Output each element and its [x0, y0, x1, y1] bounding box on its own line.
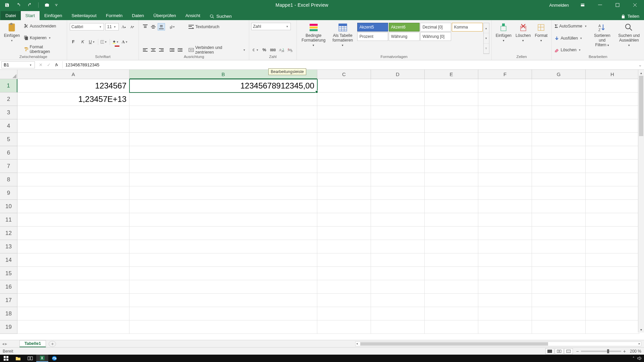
row-header-9[interactable]: 9 — [0, 186, 17, 200]
cell-A17[interactable] — [17, 294, 129, 307]
fill-button[interactable]: Ausfüllen▾ — [554, 34, 588, 42]
cell-D2[interactable] — [371, 93, 425, 106]
cell-B13[interactable] — [129, 240, 317, 253]
cell-E8[interactable] — [425, 173, 478, 186]
cell-F1[interactable] — [478, 79, 532, 93]
select-all-corner[interactable] — [0, 70, 17, 79]
cell-D17[interactable] — [371, 294, 425, 307]
taskbar-task-view[interactable] — [24, 355, 36, 362]
cell-B10[interactable] — [129, 200, 317, 213]
cell-G7[interactable] — [532, 160, 586, 173]
system-tray[interactable]: ˄ — [633, 356, 644, 361]
enter-formula-button[interactable]: ✓ — [45, 61, 52, 69]
style-gallery-scroll[interactable]: ▴▾▿ — [483, 23, 489, 54]
cell-E1[interactable] — [425, 79, 478, 93]
camera-button[interactable] — [43, 1, 51, 9]
cell-G1[interactable] — [532, 79, 586, 93]
cell-B5[interactable] — [129, 133, 317, 146]
cell-F15[interactable] — [478, 267, 532, 280]
undo-button[interactable] — [14, 1, 23, 9]
cell-A13[interactable] — [17, 240, 129, 253]
cell-A16[interactable] — [17, 280, 129, 294]
cell-A5[interactable] — [17, 133, 129, 146]
row-header-14[interactable]: 14 — [0, 253, 17, 267]
cell-C19[interactable] — [317, 320, 371, 334]
cell-E2[interactable] — [425, 93, 478, 106]
bold-button[interactable]: F — [70, 38, 77, 46]
row-header-7[interactable]: 7 — [0, 160, 17, 173]
cell-E9[interactable] — [425, 186, 478, 200]
cell-B4[interactable] — [129, 119, 317, 133]
column-header-H[interactable]: H — [586, 70, 639, 79]
decrease-font-button[interactable]: A▾ — [129, 23, 136, 31]
cell-E12[interactable] — [425, 227, 478, 240]
cell-F5[interactable] — [478, 133, 532, 146]
cell-A14[interactable] — [17, 253, 129, 267]
cell-E16[interactable] — [425, 280, 478, 294]
cell-G13[interactable] — [532, 240, 586, 253]
column-header-G[interactable]: G — [532, 70, 586, 79]
align-middle-button[interactable] — [150, 23, 157, 31]
cancel-formula-button[interactable]: ✕ — [37, 61, 44, 69]
cell-G14[interactable] — [532, 253, 586, 267]
cell-B12[interactable] — [129, 227, 317, 240]
cell-D18[interactable] — [371, 307, 425, 320]
close-button[interactable] — [627, 0, 643, 10]
cell-B19[interactable] — [129, 320, 317, 334]
align-center-button[interactable] — [150, 46, 157, 54]
cell-E11[interactable] — [425, 213, 478, 227]
row-header-11[interactable]: 11 — [0, 213, 17, 227]
cell-F7[interactable] — [478, 160, 532, 173]
align-right-button[interactable] — [158, 46, 165, 54]
save-button[interactable] — [3, 1, 11, 9]
tab-start[interactable]: Start — [21, 11, 40, 20]
zoom-level[interactable]: 200 % — [630, 349, 641, 354]
column-header-C[interactable]: C — [317, 70, 371, 79]
cell-F10[interactable] — [478, 200, 532, 213]
cell-B7[interactable] — [129, 160, 317, 173]
cell-G5[interactable] — [532, 133, 586, 146]
ribbon-display-options-button[interactable] — [575, 0, 590, 10]
cell-A18[interactable] — [17, 307, 129, 320]
tab-einfuegen[interactable]: Einfügen — [40, 11, 67, 20]
cell-H12[interactable] — [586, 227, 639, 240]
cell-E18[interactable] — [425, 307, 478, 320]
cell-A8[interactable] — [17, 173, 129, 186]
cell-G18[interactable] — [532, 307, 586, 320]
cell-G8[interactable] — [532, 173, 586, 186]
cell-H10[interactable] — [586, 200, 639, 213]
cell-C14[interactable] — [317, 253, 371, 267]
cell-C15[interactable] — [317, 267, 371, 280]
view-page-break-button[interactable] — [564, 348, 573, 354]
cell-D9[interactable] — [371, 186, 425, 200]
cell-H1[interactable] — [586, 79, 639, 93]
sheet-nav-next[interactable]: ▸ — [5, 341, 7, 346]
cell-C13[interactable] — [317, 240, 371, 253]
cell-B3[interactable] — [129, 106, 317, 119]
cell-G17[interactable] — [532, 294, 586, 307]
row-header-6[interactable]: 6 — [0, 146, 17, 160]
align-bottom-button[interactable] — [158, 23, 165, 31]
cell-B18[interactable] — [129, 307, 317, 320]
cell-E3[interactable] — [425, 106, 478, 119]
cell-B15[interactable] — [129, 267, 317, 280]
orientation-button[interactable]: ab▾ — [168, 23, 176, 31]
row-header-16[interactable]: 16 — [0, 280, 17, 294]
find-select-button[interactable]: Suchen undAuswählen ▾ — [616, 21, 642, 54]
share-button[interactable]: Teilen — [616, 12, 644, 20]
delete-cells-button[interactable]: Löschen▾ — [514, 21, 533, 54]
style-komma[interactable]: Komma — [452, 23, 483, 32]
cell-B17[interactable] — [129, 294, 317, 307]
row-header-18[interactable]: 18 — [0, 307, 17, 320]
cell-G15[interactable] — [532, 267, 586, 280]
font-size-combo[interactable]: 11▾ — [105, 23, 119, 31]
view-normal-button[interactable] — [545, 348, 554, 354]
cell-D14[interactable] — [371, 253, 425, 267]
cell-F16[interactable] — [478, 280, 532, 294]
signin-link[interactable]: Anmelden — [545, 3, 573, 8]
autosum-button[interactable]: ΣAutoSumme▾ — [554, 22, 588, 30]
taskbar-excel[interactable]: X — [36, 355, 48, 362]
horizontal-scrollbar-thumb[interactable] — [360, 342, 548, 346]
vertical-scrollbar-thumb[interactable] — [639, 76, 643, 136]
cell-H14[interactable] — [586, 253, 639, 267]
